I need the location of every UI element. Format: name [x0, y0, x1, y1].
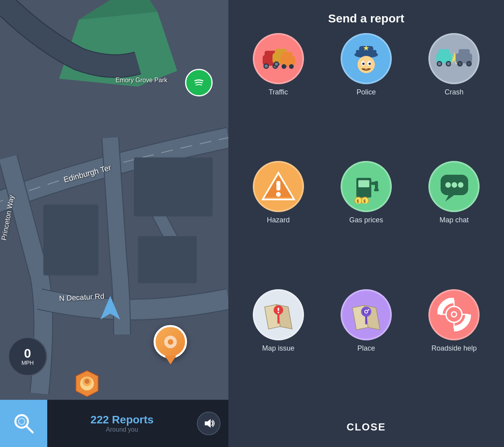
svg-point-69	[445, 182, 451, 188]
mapissue-label: Map issue	[262, 344, 295, 353]
hazard-circle	[253, 161, 304, 212]
report-item-police[interactable]: Police	[324, 33, 408, 153]
map-roads	[0, 0, 228, 447]
reports-label: Around you	[106, 426, 138, 433]
svg-point-30	[282, 64, 286, 69]
traffic-circle	[253, 33, 304, 84]
svg-point-31	[289, 64, 294, 69]
map-bottom-bar: 222 Reports Around you	[0, 400, 228, 447]
svg-rect-75	[278, 308, 279, 311]
svg-text:$: $	[363, 199, 366, 203]
speed-value: 0	[24, 347, 31, 360]
svg-point-11	[85, 379, 90, 384]
svg-marker-68	[445, 195, 454, 201]
location-pin[interactable]	[154, 325, 187, 358]
panel-title: Send a report	[328, 12, 404, 25]
svg-point-40	[369, 63, 371, 65]
svg-rect-83	[368, 309, 369, 310]
svg-marker-7	[100, 296, 120, 320]
svg-rect-56	[276, 181, 280, 190]
svg-rect-49	[459, 49, 470, 55]
search-button[interactable]	[0, 400, 47, 447]
svg-rect-42	[439, 49, 450, 55]
svg-point-39	[362, 63, 365, 65]
report-grid: Traffic	[236, 33, 496, 409]
sound-button[interactable]	[197, 412, 220, 435]
hazard-label: Hazard	[267, 216, 290, 224]
svg-point-52	[458, 62, 461, 65]
report-panel: Send a report	[228, 0, 504, 447]
svg-line-14	[26, 426, 33, 432]
spotify-button[interactable]	[185, 69, 213, 96]
mapchat-label: Map chat	[439, 216, 469, 224]
svg-point-45	[438, 62, 441, 65]
navigation-arrow	[100, 296, 120, 321]
svg-rect-62	[374, 189, 379, 191]
crash-circle	[428, 33, 480, 84]
crash-label: Crash	[445, 88, 463, 96]
reports-section: 222 Reports Around you	[47, 410, 197, 437]
svg-point-70	[452, 182, 457, 188]
map-panel: Emory Grove Park Edinburgh Ter Princeton…	[0, 0, 228, 447]
report-item-hazard[interactable]: Hazard	[236, 161, 320, 281]
place-circle	[341, 289, 392, 340]
report-item-mapchat[interactable]: Map chat	[412, 161, 496, 281]
speed-unit: MPH	[21, 360, 33, 366]
svg-point-20	[265, 65, 268, 68]
svg-rect-61	[375, 181, 378, 190]
svg-rect-5	[138, 236, 197, 283]
svg-rect-3	[43, 205, 98, 275]
report-item-traffic[interactable]: Traffic	[236, 33, 320, 153]
svg-point-82	[365, 310, 367, 313]
reports-count: 222 Reports	[91, 414, 154, 426]
close-button[interactable]: CLOSE	[323, 415, 410, 439]
svg-rect-4	[134, 157, 213, 216]
svg-point-76	[278, 312, 279, 313]
roadside-circle	[428, 289, 480, 340]
svg-point-71	[458, 182, 463, 188]
svg-point-53	[467, 62, 471, 65]
sound-icon	[203, 417, 215, 429]
report-item-roadside[interactable]: Roadside help	[412, 289, 496, 409]
svg-rect-59	[358, 180, 369, 187]
police-circle	[341, 33, 392, 84]
police-label: Police	[356, 88, 376, 96]
place-label: Place	[357, 344, 375, 353]
svg-point-93	[452, 312, 456, 316]
spotify-icon	[191, 75, 207, 91]
svg-marker-15	[205, 419, 211, 428]
mapchat-circle	[428, 161, 480, 212]
traffic-label: Traffic	[269, 88, 288, 96]
svg-point-13	[19, 418, 25, 425]
mapissue-circle	[253, 289, 304, 340]
report-item-crash[interactable]: Crash	[412, 33, 496, 153]
svg-rect-29	[282, 52, 293, 58]
hex-avatar	[73, 369, 101, 398]
gas-circle: $ $	[341, 161, 392, 212]
roadside-label: Roadside help	[432, 344, 477, 353]
speed-indicator: 0 MPH	[8, 337, 47, 376]
report-item-place[interactable]: Place	[324, 289, 408, 409]
report-item-mapissue[interactable]: Map issue	[236, 289, 320, 409]
svg-point-57	[276, 192, 281, 197]
gas-label: Gas prices	[349, 216, 383, 224]
svg-text:$: $	[357, 199, 359, 203]
svg-point-46	[447, 62, 450, 65]
svg-point-26	[275, 63, 278, 66]
search-icon	[13, 413, 35, 434]
report-item-gas[interactable]: $ $ Gas prices	[324, 161, 408, 281]
